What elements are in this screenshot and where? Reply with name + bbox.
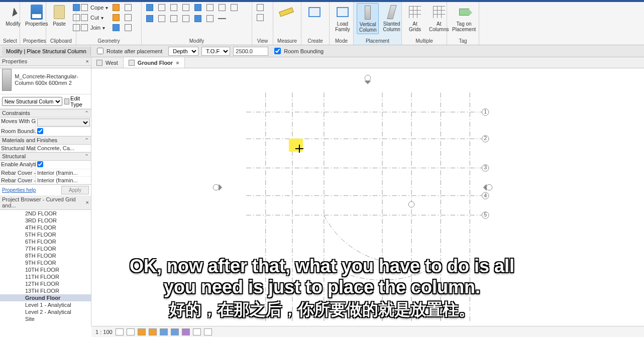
- rotate-after-placement-checkbox[interactable]: Rotate after placement: [97, 48, 162, 54]
- cope-button[interactable]: Cope ▾: [79, 3, 109, 12]
- view-icon[interactable]: [255, 3, 265, 12]
- context-label: Modify | Place Structural Column: [2, 47, 91, 56]
- svg-point-24: [486, 184, 492, 190]
- cat-constraints[interactable]: Constraints⌃: [0, 109, 91, 118]
- load-family-button[interactable]: Load Family: [333, 3, 353, 33]
- type-selector[interactable]: M_Concrete-Rectangular-Column 600x 600mm…: [0, 66, 91, 94]
- browser-item[interactable]: Site: [0, 315, 91, 322]
- browser-item[interactable]: 5TH FLOOR: [0, 231, 91, 238]
- mod-icon[interactable]: [193, 3, 203, 12]
- cut-button[interactable]: Cut ▾: [79, 13, 109, 22]
- browser-item[interactable]: 13TH FLOOR: [0, 287, 91, 294]
- slanted-column-button[interactable]: Slanted Column: [381, 3, 402, 33]
- mod-icon[interactable]: [205, 14, 215, 23]
- project-browser[interactable]: 2ND FLOOR3RD FLOOR4TH FLOOR5TH FLOOR6TH …: [0, 210, 91, 326]
- create-button[interactable]: [304, 3, 325, 28]
- mod-icon[interactable]: [181, 3, 191, 12]
- group-tag: Tag: [450, 37, 476, 45]
- mod-icon[interactable]: [169, 3, 179, 12]
- reveal-hidden-icon[interactable]: [193, 328, 201, 335]
- mod-icon[interactable]: [145, 14, 155, 23]
- svg-text:4: 4: [484, 192, 487, 198]
- browser-item[interactable]: 12TH FLOOR: [0, 280, 91, 287]
- placement-highlight: [289, 139, 303, 152]
- visual-style-icon[interactable]: [127, 328, 135, 335]
- detail-level-icon[interactable]: [116, 328, 124, 335]
- geo-icon3[interactable]: [111, 23, 121, 32]
- hide-isolate-icon[interactable]: [182, 328, 190, 335]
- mod-icon[interactable]: [169, 14, 179, 23]
- type-thumbnail: [2, 69, 12, 91]
- depth-mode-select[interactable]: Depth: [168, 47, 198, 56]
- geo-icon6[interactable]: [123, 23, 133, 32]
- geo-icon2[interactable]: [111, 13, 121, 22]
- view-icon[interactable]: [255, 13, 265, 22]
- mod-icon[interactable]: [229, 3, 239, 12]
- browser-item[interactable]: 7TH FLOOR: [0, 245, 91, 252]
- browser-item[interactable]: 9TH FLOOR: [0, 259, 91, 266]
- crop-icon[interactable]: [160, 328, 168, 335]
- view-control-bar: 1 : 100: [91, 326, 644, 337]
- room-bounding-checkbox[interactable]: Room Bounding: [274, 48, 324, 54]
- browser-item[interactable]: 3RD FLOOR: [0, 217, 91, 224]
- depth-value-input[interactable]: 2500.0: [233, 47, 268, 56]
- edit-type-button[interactable]: Edit Type: [64, 95, 89, 107]
- close-icon[interactable]: ×: [176, 60, 179, 66]
- join-button[interactable]: Join ▾: [79, 23, 109, 32]
- geo-icon5[interactable]: [123, 13, 133, 22]
- sun-path-icon[interactable]: [138, 328, 146, 335]
- worksharing-icon[interactable]: [204, 328, 212, 335]
- edit-type-icon: [64, 98, 69, 104]
- browser-item[interactable]: Level 1 - Analytical: [0, 301, 91, 308]
- group-placement: Placement: [357, 37, 398, 45]
- mod-icon[interactable]: [193, 14, 203, 23]
- geo-icon4[interactable]: [123, 3, 133, 12]
- mod-icon[interactable]: [217, 14, 227, 23]
- vertical-column-button[interactable]: Vertical Column: [357, 3, 379, 34]
- category-select[interactable]: New Structural Colum: [2, 97, 62, 106]
- browser-item[interactable]: 6TH FLOOR: [0, 238, 91, 245]
- cat-structural[interactable]: Structural⌃: [0, 152, 91, 161]
- cat-materials[interactable]: Materials and Finishes⌃: [0, 136, 91, 145]
- browser-item[interactable]: 2ND FLOOR: [0, 210, 91, 217]
- paste-button[interactable]: Paste: [49, 3, 69, 28]
- svg-text:5: 5: [484, 211, 487, 217]
- browser-item[interactable]: Level 2 - Analytical: [0, 308, 91, 315]
- measure-button[interactable]: [276, 3, 296, 28]
- svg-point-25: [408, 201, 414, 207]
- mod-icon[interactable]: [145, 3, 155, 12]
- mod-icon[interactable]: [157, 14, 167, 23]
- prop-rebar-cover-2[interactable]: Rebar Cover - ...Interior (framin...: [0, 177, 91, 184]
- prop-moves-with-grids[interactable]: Moves With G...: [0, 118, 91, 128]
- crop-region-icon[interactable]: [171, 328, 179, 335]
- at-grids-button[interactable]: At Grids: [405, 3, 425, 33]
- browser-item[interactable]: 4TH FLOOR: [0, 224, 91, 231]
- geo-icon1[interactable]: [111, 3, 121, 12]
- tag-on-placement-button[interactable]: Tag on Placement: [450, 3, 478, 33]
- browser-item[interactable]: 11TH FLOOR: [0, 273, 91, 280]
- mod-icon[interactable]: [205, 3, 215, 12]
- group-mode: Mode: [333, 37, 350, 45]
- shadows-icon[interactable]: [149, 328, 157, 335]
- prop-rebar-cover-1[interactable]: Rebar Cover - ...Interior (framin...: [0, 169, 91, 177]
- mod-icon[interactable]: [217, 3, 227, 12]
- tab-west[interactable]: West: [91, 57, 124, 68]
- close-icon[interactable]: ×: [86, 199, 89, 205]
- prop-enable-analytical[interactable]: Enable Analyti...: [0, 161, 91, 169]
- mod-icon[interactable]: [157, 3, 167, 12]
- left-column: Properties× M_Concrete-Rectangular-Colum…: [0, 57, 91, 326]
- properties-help-link[interactable]: Properties help: [2, 187, 36, 193]
- tab-ground-floor[interactable]: Ground Floor×: [124, 57, 185, 68]
- view-tabs: West Ground Floor×: [0, 57, 644, 68]
- scale-label[interactable]: 1 : 100: [95, 329, 113, 335]
- properties-footer: Properties help Apply: [0, 184, 91, 195]
- browser-item[interactable]: 8TH FLOOR: [0, 252, 91, 259]
- apply-button[interactable]: Apply: [61, 186, 89, 194]
- prop-room-bounding[interactable]: Room Boundi...: [0, 128, 91, 136]
- browser-item[interactable]: Ground Floor: [0, 294, 91, 301]
- depth-ref-select[interactable]: T.O.F: [201, 47, 230, 56]
- browser-item[interactable]: 10TH FLOOR: [0, 266, 91, 273]
- mod-icon[interactable]: [181, 14, 191, 23]
- prop-structural-material[interactable]: Structural Mat...Concrete, Ca...: [0, 145, 91, 152]
- close-icon[interactable]: ×: [86, 58, 89, 64]
